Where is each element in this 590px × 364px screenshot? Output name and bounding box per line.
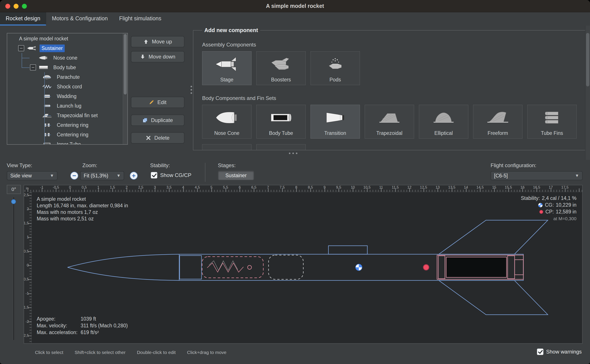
status-hint: Click+drag to move bbox=[187, 350, 226, 355]
tree-item-inner-tube[interactable]: Inner Tube bbox=[7, 139, 123, 145]
centering-ring-aft[interactable] bbox=[508, 256, 515, 279]
ruler-label: 10,5 bbox=[363, 185, 371, 190]
panel-scrollbar[interactable] bbox=[585, 26, 590, 160]
duplicate-button[interactable]: Duplicate bbox=[131, 115, 184, 126]
horizontal-splitter-handle[interactable] bbox=[289, 153, 297, 154]
fin-bottom-outline[interactable] bbox=[439, 280, 548, 315]
tree-item-a-simple-model-rocket[interactable]: A simple model rocket bbox=[7, 34, 123, 43]
tree-item-trapezoidal-fin-set[interactable]: Trapezoidal fin set bbox=[7, 111, 123, 120]
add-trapezoidal-button[interactable]: Trapezoidal bbox=[365, 105, 414, 139]
move-down-button[interactable]: Move down bbox=[131, 51, 184, 62]
fin-top-outline[interactable] bbox=[439, 220, 548, 254]
shock-cord-icon bbox=[42, 84, 53, 89]
zoom-out-button[interactable]: − bbox=[70, 172, 78, 180]
add-stage-button[interactable]: Stage bbox=[202, 51, 252, 85]
ruler-label: 2 bbox=[27, 207, 29, 211]
rocket-canvas[interactable]: -1-0,500,511,522,533,544,555,566,577,588… bbox=[24, 185, 583, 344]
freeform-thumb bbox=[485, 105, 510, 130]
parachute-outline[interactable] bbox=[202, 257, 263, 278]
launch-lug-icon bbox=[42, 104, 53, 108]
add-boosters-button[interactable]: Boosters bbox=[256, 51, 306, 85]
component-label: Transition bbox=[324, 130, 346, 136]
ruler-label: 7 bbox=[267, 185, 269, 190]
stages-label: Stages: bbox=[218, 162, 235, 169]
tree-item-launch-lug[interactable]: Launch lug bbox=[7, 101, 123, 111]
panel-scrollbar-thumb[interactable] bbox=[586, 33, 589, 86]
collapse-icon[interactable]: – bbox=[30, 64, 36, 71]
tree-item-wadding[interactable]: Wadding bbox=[7, 91, 123, 101]
minimize-window-button[interactable] bbox=[13, 4, 19, 9]
show-cgcp-checkbox[interactable] bbox=[151, 172, 157, 178]
rocket-info-line: Length 16,748 in, max. diameter 0,984 in bbox=[37, 202, 128, 209]
tube-fins-thumb bbox=[539, 105, 565, 130]
flight-config-label: Flight configuration: bbox=[490, 162, 536, 169]
nose-shoulder-outline[interactable] bbox=[180, 255, 201, 279]
component-label: Trapezoidal bbox=[376, 130, 402, 136]
tree-scrollbar[interactable] bbox=[123, 33, 127, 144]
add-pods-button[interactable]: Pods bbox=[310, 51, 360, 85]
ruler-label: 12,5 bbox=[420, 185, 427, 190]
add-transition-button[interactable]: Transition bbox=[310, 105, 360, 139]
zoom-in-button[interactable]: + bbox=[130, 172, 138, 180]
cg-icon bbox=[538, 203, 543, 208]
view-type-select[interactable]: Side view ▼ bbox=[7, 171, 57, 180]
duplicate-label: Duplicate bbox=[151, 117, 173, 123]
add-tube-fins-button[interactable]: Tube Fins bbox=[527, 105, 577, 139]
rotation-indicator: 0° bbox=[7, 185, 21, 194]
ruler-label: 3,5 bbox=[167, 185, 172, 190]
stability-stats: Stability: 2,4 cal / 14,1 % CG: 10,229 i… bbox=[521, 195, 577, 222]
tab-flight-simulations[interactable]: Flight simulations bbox=[114, 12, 167, 26]
add-elliptical-button[interactable]: Elliptical bbox=[419, 105, 468, 139]
add-body-tube-button[interactable]: Body Tube bbox=[256, 105, 306, 139]
delete-icon bbox=[146, 135, 151, 141]
add-nose-cone-button[interactable]: Nose Cone bbox=[202, 105, 252, 139]
centering-ring-forward[interactable] bbox=[438, 256, 445, 279]
tree-item-label: Sustainer bbox=[40, 45, 65, 52]
rocket-info-line: Mass with motors 2,51 oz bbox=[37, 215, 128, 222]
vertical-splitter-handle[interactable] bbox=[191, 86, 192, 94]
flight-config-select[interactable]: [C6-5] ▼ bbox=[490, 171, 583, 180]
tree-item-centering-ring[interactable]: Centering ring bbox=[7, 120, 123, 130]
show-warnings-checkbox[interactable] bbox=[537, 349, 543, 355]
close-window-button[interactable] bbox=[5, 4, 10, 9]
show-warnings-group: Show warnings bbox=[537, 349, 582, 355]
tree-item-nose-cone[interactable]: Nose cone bbox=[7, 53, 123, 63]
component-tree[interactable]: A simple model rocket–SustainerNose cone… bbox=[7, 33, 128, 145]
trapezoidal-thumb bbox=[377, 105, 402, 130]
tree-scrollbar-thumb[interactable] bbox=[124, 34, 127, 95]
tree-item-body-tube[interactable]: –Body tube bbox=[7, 63, 123, 72]
chevron-down-icon: ▼ bbox=[114, 173, 121, 178]
motor[interactable] bbox=[446, 257, 507, 277]
add-freeform-button[interactable]: Freeform bbox=[473, 105, 523, 139]
launch-lug-outline[interactable] bbox=[329, 246, 367, 254]
ruler-label: 8,5 bbox=[308, 185, 313, 190]
add-component-button-partial[interactable] bbox=[256, 144, 306, 150]
add-component-button-partial[interactable] bbox=[202, 144, 252, 150]
stage-thumb bbox=[214, 52, 240, 77]
centering-ring-icon bbox=[42, 132, 53, 137]
ruler-label: 13,5 bbox=[448, 185, 455, 190]
tree-item-parachute[interactable]: Parachute bbox=[7, 72, 123, 82]
nose-cone-outline[interactable] bbox=[67, 254, 179, 280]
rotation-slider[interactable] bbox=[13, 197, 14, 340]
motor-nozzle[interactable] bbox=[515, 260, 523, 275]
rotation-slider-thumb[interactable] bbox=[11, 199, 16, 204]
tree-item-centering-ring[interactable]: Centering ring bbox=[7, 130, 123, 139]
move-up-button[interactable]: Move up bbox=[131, 36, 184, 47]
tree-item-label: Parachute bbox=[55, 73, 82, 81]
tree-item-sustainer[interactable]: –Sustainer bbox=[7, 43, 123, 53]
tree-item-shock-cord[interactable]: Shock cord bbox=[7, 82, 123, 91]
ruler-label: 3 bbox=[154, 185, 156, 190]
ruler-label: -2,5 bbox=[24, 333, 29, 338]
zoom-window-button[interactable] bbox=[22, 4, 27, 9]
edit-button[interactable]: Edit bbox=[131, 97, 184, 108]
delete-button[interactable]: Delete bbox=[131, 132, 184, 143]
tab-motors-configuration[interactable]: Motors & Configuration bbox=[46, 12, 114, 26]
zoom-select[interactable]: Fit (51,3%) ▼ bbox=[80, 171, 124, 180]
shock-cord-outline[interactable] bbox=[268, 255, 303, 279]
ruler-label: 4,5 bbox=[195, 185, 200, 190]
collapse-icon[interactable]: – bbox=[18, 45, 24, 51]
stage-toggle-sustainer[interactable]: Sustainer bbox=[218, 171, 254, 180]
assembly-components-grid: StageBoostersPods bbox=[202, 51, 577, 85]
tab-rocket-design[interactable]: Rocket design bbox=[0, 12, 46, 26]
